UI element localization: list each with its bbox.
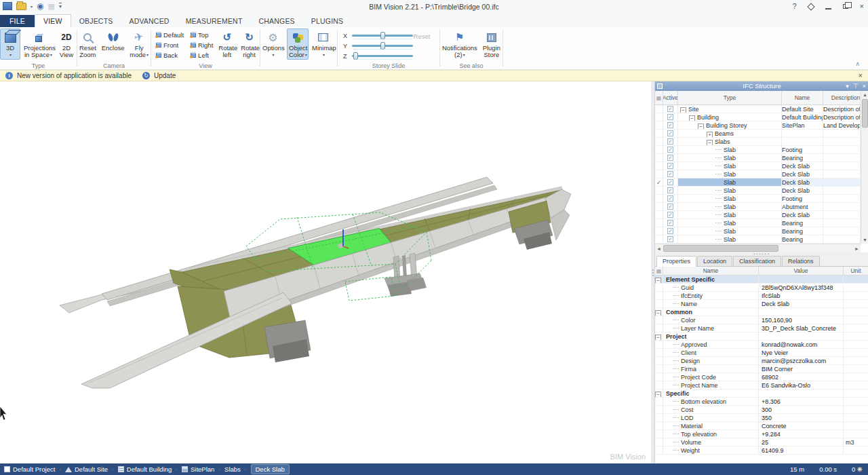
tree-type-cell[interactable]: −Building bbox=[678, 113, 782, 121]
tree-row[interactable]: ✓SlabDeck Slab bbox=[655, 187, 861, 195]
rotate-right-button[interactable]: ↻ Rotateright bbox=[239, 28, 260, 60]
property-row[interactable]: Approvedkonrad@nowak.com bbox=[655, 341, 868, 349]
minimize-icon[interactable] bbox=[825, 3, 831, 10]
view-left-button[interactable]: Left bbox=[189, 50, 215, 60]
ifc-vertical-scrollbar[interactable]: ▲ ▼ bbox=[861, 91, 868, 244]
view-back-button[interactable]: Back bbox=[154, 50, 186, 60]
tree-row[interactable]: ✓−SiteDefault SiteDescription of De bbox=[655, 105, 861, 113]
view-front-button[interactable]: Front bbox=[154, 40, 186, 50]
column-header-value[interactable]: Value bbox=[759, 267, 844, 275]
checkbox-icon[interactable]: ✓ bbox=[667, 187, 673, 193]
tree-row[interactable]: ✓SlabDeck Slab bbox=[655, 170, 861, 178]
checkbox-icon[interactable]: ✓ bbox=[667, 130, 673, 136]
tab-relations[interactable]: Relations bbox=[782, 256, 820, 266]
grid-icon[interactable]: ▦ bbox=[656, 95, 662, 101]
fullscreen-icon[interactable] bbox=[807, 3, 814, 10]
3d-button[interactable]: 3D▾ bbox=[0, 28, 20, 60]
object-color-button[interactable]: ObjectColor▾ bbox=[287, 28, 309, 60]
tree-type-cell[interactable]: +Beams bbox=[678, 130, 782, 137]
tree-row[interactable]: ✓SlabFooting bbox=[655, 195, 861, 203]
checkbox-icon[interactable]: ✓ bbox=[667, 106, 673, 112]
scroll-left-icon[interactable]: ◄ bbox=[655, 244, 663, 252]
collapse-icon[interactable]: − bbox=[655, 310, 661, 316]
projections-in-space-button[interactable]: Projectionsin Space▾ bbox=[22, 28, 55, 60]
tree-row[interactable]: ✓SlabDeck Slab bbox=[655, 162, 861, 170]
tab-advanced[interactable]: ADVANCED bbox=[121, 15, 177, 27]
slider-track-y[interactable] bbox=[352, 45, 413, 47]
scroll-up-icon[interactable]: ▲ bbox=[861, 91, 868, 98]
property-row[interactable]: Layer Name3D_P_Deck Slab_Concrete bbox=[655, 324, 868, 332]
checkbox-icon[interactable]: ✓ bbox=[667, 114, 673, 120]
tree-type-cell[interactable]: Slab bbox=[678, 170, 782, 178]
tree-row[interactable]: ✓SlabBearing bbox=[655, 219, 861, 227]
checkbox-icon[interactable]: ✓ bbox=[667, 122, 673, 128]
tab-measurement[interactable]: MEASUREMENT bbox=[178, 15, 251, 27]
ribbon-collapse-icon[interactable]: ∧ bbox=[855, 60, 860, 67]
rotate-left-button[interactable]: ↺ Rotateleft bbox=[216, 28, 237, 60]
tab-changes[interactable]: CHANGES bbox=[251, 15, 303, 27]
collapse-icon[interactable]: − bbox=[698, 124, 704, 129]
tree-type-cell[interactable]: −Slabs bbox=[678, 138, 782, 145]
tree-type-cell[interactable]: −Building Storey bbox=[678, 121, 782, 129]
tree-row[interactable]: ✓SlabBearing bbox=[655, 154, 861, 162]
property-row[interactable]: Color150,160,90 bbox=[655, 316, 868, 324]
reset-zoom-button[interactable]: ResetZoom bbox=[77, 28, 98, 60]
view-default-button[interactable]: Default bbox=[154, 30, 186, 40]
breadcrumb-item-default-building[interactable]: Default Building bbox=[118, 466, 172, 473]
column-header-active[interactable]: Active bbox=[663, 91, 678, 104]
collapse-icon[interactable]: − bbox=[707, 140, 713, 145]
slider-track-x[interactable] bbox=[352, 35, 413, 37]
scrollbar-thumb[interactable] bbox=[663, 245, 778, 252]
tree-row[interactable]: ✓SlabBearing bbox=[655, 227, 861, 235]
tree-row[interactable]: ✓−Slabs bbox=[655, 138, 861, 146]
panel-pin-icon[interactable]: ⊤ bbox=[853, 81, 859, 91]
property-row[interactable]: Project Code68902 bbox=[655, 373, 868, 381]
update-icon[interactable]: ↻ bbox=[142, 72, 150, 79]
property-group-row[interactable]: −Element Specific bbox=[655, 276, 868, 284]
column-header-name[interactable]: Name bbox=[782, 91, 823, 104]
scroll-down-icon[interactable]: ▼ bbox=[861, 236, 868, 244]
scrollbar-thumb[interactable] bbox=[862, 99, 868, 128]
panel-dropdown-icon[interactable]: ▾ bbox=[846, 81, 849, 91]
checkbox-icon[interactable]: ✓ bbox=[667, 195, 673, 202]
2d-view-button[interactable]: 2D 2DView bbox=[56, 28, 77, 60]
notifications-button[interactable]: ⚑ Notifications(2)▾ bbox=[440, 28, 479, 60]
property-row[interactable]: Top elevation+9.284 bbox=[655, 430, 868, 438]
checkbox-icon[interactable]: ✓ bbox=[667, 179, 673, 185]
tree-row[interactable]: ✓−BuildingDefault BuildingDescription of… bbox=[655, 113, 861, 121]
tree-row[interactable]: ✓SlabBearing bbox=[655, 235, 861, 244]
property-group-row[interactable]: −Specific bbox=[655, 390, 868, 398]
breadcrumb-item-deck-slab[interactable]: Deck Slab bbox=[251, 464, 290, 474]
property-row[interactable]: Volume25m3 bbox=[655, 438, 868, 446]
tree-type-cell[interactable]: Slab bbox=[678, 235, 782, 243]
property-row[interactable]: Weight61409.9 bbox=[655, 446, 868, 455]
tree-type-cell[interactable]: Slab bbox=[678, 178, 782, 186]
property-row[interactable]: NameDeck Slab bbox=[655, 300, 868, 308]
enclose-button[interactable]: Enclose bbox=[100, 28, 127, 60]
options-button[interactable]: ⚙ Options▾ bbox=[260, 28, 285, 60]
tree-type-cell[interactable]: Slab bbox=[678, 211, 782, 218]
tree-row[interactable]: ✓−Building StoreySitePlanLand Developmen bbox=[655, 121, 861, 130]
tab-classification[interactable]: Classification bbox=[733, 256, 781, 266]
column-header-name[interactable]: Name bbox=[663, 267, 759, 275]
tree-type-cell[interactable]: Slab bbox=[678, 146, 782, 153]
property-row[interactable]: MaterialConcrete bbox=[655, 422, 868, 430]
tree-type-cell[interactable]: Slab bbox=[678, 154, 782, 162]
fly-mode-button[interactable]: ✈ Flymode▾ bbox=[127, 28, 151, 60]
checkbox-icon[interactable]: ✓ bbox=[667, 155, 673, 161]
checkbox-icon[interactable]: ✓ bbox=[667, 228, 673, 234]
checkbox-icon[interactable]: ✓ bbox=[667, 220, 673, 226]
plugin-store-button[interactable]: PluginStore bbox=[481, 28, 502, 60]
tab-objects[interactable]: OBJECTS bbox=[71, 15, 121, 27]
tree-row[interactable]: ✓SlabDeck Slab bbox=[655, 211, 861, 219]
breadcrumb-item-default-project[interactable]: Default Project bbox=[4, 466, 55, 473]
collapse-icon[interactable]: − bbox=[655, 335, 661, 340]
tab-plugins[interactable]: PLUGINS bbox=[303, 15, 352, 27]
checkbox-icon[interactable]: ✓ bbox=[667, 138, 673, 145]
property-row[interactable]: ClientNye Veier bbox=[655, 349, 868, 357]
minimap-button[interactable]: Minimap▾ bbox=[310, 28, 337, 60]
checkbox-icon[interactable]: ✓ bbox=[667, 212, 673, 218]
slider-track-z[interactable] bbox=[352, 55, 413, 57]
checkbox-icon[interactable]: ✓ bbox=[667, 236, 673, 242]
view-right-button[interactable]: Right bbox=[189, 40, 215, 50]
